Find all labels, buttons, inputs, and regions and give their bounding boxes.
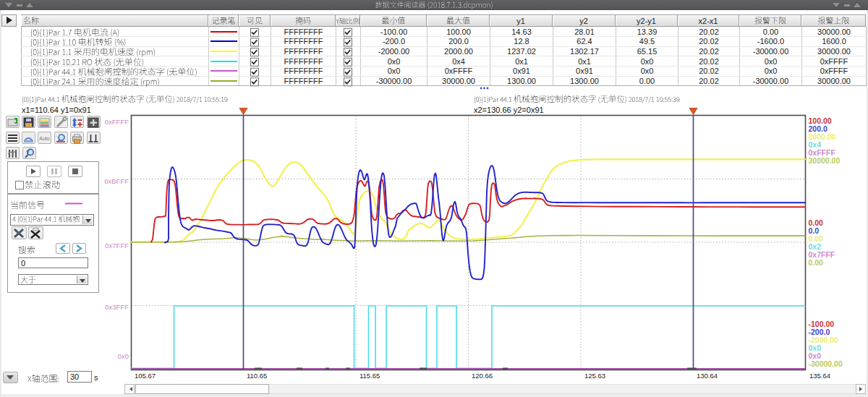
- svg-text:0xFFFF: 0xFFFF: [105, 118, 129, 126]
- svg-text:30000.00: 30000.00: [809, 156, 841, 165]
- svg-text:0.00: 0.00: [809, 258, 824, 267]
- svg-text:105.67: 105.67: [135, 372, 156, 380]
- svg-text:120.66: 120.66: [472, 372, 493, 380]
- svg-text:?: ?: [26, 149, 30, 155]
- svg-text:125.63: 125.63: [584, 372, 605, 380]
- svg-text:135.64: 135.64: [809, 372, 830, 380]
- svg-text:Auto: Auto: [39, 136, 50, 141]
- svg-text:130.64: 130.64: [697, 372, 718, 380]
- svg-text:-30000.00: -30000.00: [809, 359, 843, 368]
- svg-text:0x0: 0x0: [118, 352, 129, 360]
- svg-text:0x7FFF: 0x7FFF: [105, 242, 129, 249]
- svg-text:0xBFFF: 0xBFFF: [104, 177, 129, 185]
- svg-text:115.65: 115.65: [359, 372, 380, 380]
- svg-text:110.65: 110.65: [247, 372, 267, 380]
- svg-text:0x3FFF: 0x3FFF: [105, 303, 129, 311]
